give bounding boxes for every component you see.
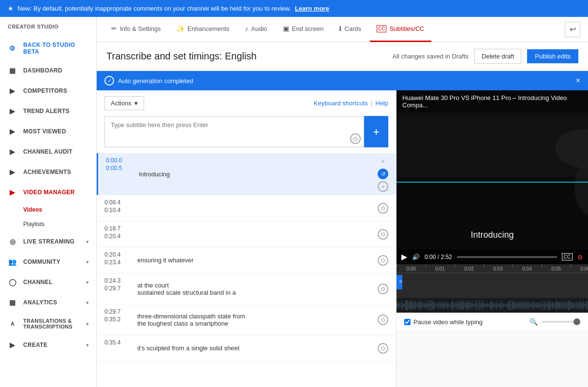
power-icon[interactable]: ⏻ — [378, 343, 388, 354]
sidebar-label-create: CREATE — [23, 342, 47, 348]
volume-button[interactable]: 🔊 — [412, 253, 420, 260]
subtitle-input[interactable] — [105, 116, 364, 145]
svg-rect-125 — [475, 303, 475, 307]
sidebar-label-most-viewed: MOST VIEWED — [23, 128, 66, 135]
svg-rect-271 — [572, 302, 572, 308]
svg-rect-112 — [467, 301, 467, 310]
svg-rect-136 — [483, 301, 483, 310]
sidebar-item-competitors[interactable]: ▶ COMPETITORS — [0, 81, 96, 101]
tab-label-subtitles-cc: Subtitles/CC — [389, 25, 424, 32]
publish-edits-button[interactable]: Publish edits — [527, 49, 578, 63]
svg-rect-122 — [473, 304, 473, 306]
power-icon[interactable]: ⏻ — [378, 255, 388, 266]
tab-end-screen[interactable]: ▣ End screen — [276, 17, 331, 42]
svg-rect-13 — [401, 301, 402, 309]
back-button[interactable]: ↩ — [565, 22, 580, 37]
sidebar-item-most-viewed[interactable]: ▶ MOST VIEWED — [0, 121, 96, 142]
sidebar-item-analytics[interactable]: ▦ ANALYTICS ▾ — [0, 292, 96, 313]
svg-rect-281 — [578, 303, 579, 307]
sidebar-label-video-manager: VIDEO MANAGER — [23, 189, 75, 196]
tab-enhancements[interactable]: ✨ Enhancements — [170, 17, 236, 42]
svg-rect-156 — [496, 302, 496, 308]
svg-rect-147 — [490, 302, 490, 308]
subtitle-row[interactable]: 0:29.7 0:35.2 three-dimensional classpat… — [97, 304, 396, 335]
tab-subtitles-cc[interactable]: CC Subtitles/CC — [370, 17, 431, 42]
settings-button[interactable]: ⚙ — [577, 253, 583, 261]
svg-rect-54 — [428, 301, 429, 310]
power-icon[interactable]: ⏻ — [378, 315, 388, 325]
subtitle-text: Introducing — [135, 156, 378, 192]
subtitle-row[interactable]: 0:24.3 0:29.7 at the court sustained sca… — [97, 273, 396, 304]
svg-rect-59 — [431, 304, 432, 306]
power-icon[interactable]: ⏻ — [378, 284, 388, 294]
tab-cards[interactable]: ℹ Cards — [332, 17, 368, 42]
keyboard-shortcuts-link[interactable]: Keyboard shortcuts — [314, 100, 368, 107]
sidebar-item-channel-audit[interactable]: ▶ CHANNEL AUDIT — [0, 142, 96, 162]
add-icon[interactable]: + — [378, 181, 388, 192]
tab-label-cards: Cards — [344, 25, 361, 32]
svg-rect-33 — [414, 301, 415, 310]
subtitle-row[interactable]: 0:00.0 0:00.5 Introducing × ↺ + — [97, 153, 396, 195]
svg-rect-57 — [430, 300, 431, 311]
zoom-thumb[interactable] — [573, 318, 580, 325]
channel-icon: ◯ — [8, 277, 17, 287]
actions-bar: Actions ▾ Keyboard shortcuts | Help — [97, 90, 396, 116]
subtitle-actions: ⏻ — [378, 198, 388, 218]
svg-rect-49 — [425, 303, 426, 307]
svg-rect-179 — [511, 305, 511, 306]
svg-rect-188 — [517, 301, 517, 309]
sidebar-sub-item-playlists[interactable]: Playlists — [0, 217, 96, 231]
subtitle-row[interactable]: 0:20.4 0:23.4 ensuring it whatever ⏻ — [97, 247, 396, 273]
tab-audio[interactable]: ♪ Audio — [238, 17, 274, 42]
svg-rect-264 — [567, 301, 567, 309]
sidebar-item-translations[interactable]: A TRANSLATIONS & TRANSCRIPTIONS ▾ — [0, 313, 96, 335]
separator: | — [371, 100, 372, 107]
subtitle-row[interactable]: 0:08.4 0:10.4 ⏻ — [97, 195, 396, 221]
sidebar-item-trend-alerts[interactable]: ▶ TREND ALERTS — [0, 101, 96, 121]
sidebar-label-translations: TRANSLATIONS & TRANSCRIPTIONS — [23, 318, 80, 330]
banner-learn-more-link[interactable]: Learn more — [295, 5, 329, 12]
subtitle-row[interactable]: 0:35.4 it's sculpted from a single solid… — [97, 335, 396, 361]
actions-dropdown-button[interactable]: Actions ▾ — [104, 96, 144, 110]
subtitle-add-button[interactable]: + — [364, 116, 388, 147]
sidebar-item-community[interactable]: 👥 COMMUNITY ▾ — [0, 252, 96, 272]
svg-rect-83 — [447, 301, 448, 310]
svg-rect-244 — [554, 301, 554, 309]
help-link[interactable]: Help — [375, 100, 388, 107]
close-icon[interactable]: × — [378, 156, 388, 167]
timeline-caption[interactable]: Intro — [397, 275, 402, 289]
play-button[interactable]: ▶ — [401, 252, 407, 261]
zoom-slider[interactable] — [542, 321, 580, 323]
banner-text: New: By default, potentially inappropria… — [17, 5, 291, 12]
progress-bar[interactable] — [457, 256, 557, 258]
pause-video-checkbox[interactable] — [404, 319, 411, 325]
subtitle-row[interactable]: 0:18.7 0:20.4 ⏻ — [97, 221, 396, 247]
svg-rect-75 — [442, 301, 442, 310]
delete-draft-button[interactable]: Delete draft — [474, 49, 521, 64]
sidebar-item-dashboard[interactable]: ▦ DASHBOARD — [0, 60, 96, 81]
pause-checkbox-label[interactable]: Pause video while typing — [404, 318, 483, 326]
svg-rect-228 — [543, 304, 544, 306]
sidebar-item-back-to-studio[interactable]: ⚙ BACK TO STUDIO BETA — [0, 36, 96, 60]
sidebar-item-achievements[interactable]: ▶ ACHIEVEMENTS — [0, 162, 96, 182]
sidebar-item-create[interactable]: ▶ CREATE ▾ — [0, 335, 96, 355]
sidebar-sub-item-videos[interactable]: Videos — [0, 202, 96, 217]
sidebar-item-live-streaming[interactable]: ◎ LIVE STREAMING ▾ — [0, 231, 96, 252]
subtitle-text: three-dimensional classpath state from t… — [133, 307, 378, 332]
close-icon[interactable]: × — [576, 76, 580, 85]
subtitle-times: 0:00.0 0:00.5 — [106, 156, 135, 192]
refresh-icon[interactable]: ↺ — [378, 169, 388, 179]
chevron-down-icon: ▾ — [86, 239, 88, 244]
video-title-overlay: Huawei Mate 30 Pro VS iPhone 11 Pro – In… — [397, 90, 588, 113]
power-icon[interactable]: ⏻ — [378, 229, 388, 240]
sidebar-item-video-manager[interactable]: ▶ VIDEO MANAGER — [0, 182, 96, 202]
svg-rect-157 — [496, 303, 497, 308]
power-icon[interactable]: ⏻ — [378, 203, 388, 214]
tab-info-settings[interactable]: ✏ Info & Settings — [104, 17, 168, 42]
sidebar-item-channel[interactable]: ◯ CHANNEL ▾ — [0, 272, 96, 292]
channel-audit-icon: ▶ — [8, 147, 17, 157]
subtitle-input-row: ⏻ + — [97, 116, 396, 153]
cc-button[interactable]: CC — [562, 253, 573, 260]
svg-rect-289 — [583, 301, 584, 310]
power-icon[interactable]: ⏻ — [350, 133, 361, 144]
